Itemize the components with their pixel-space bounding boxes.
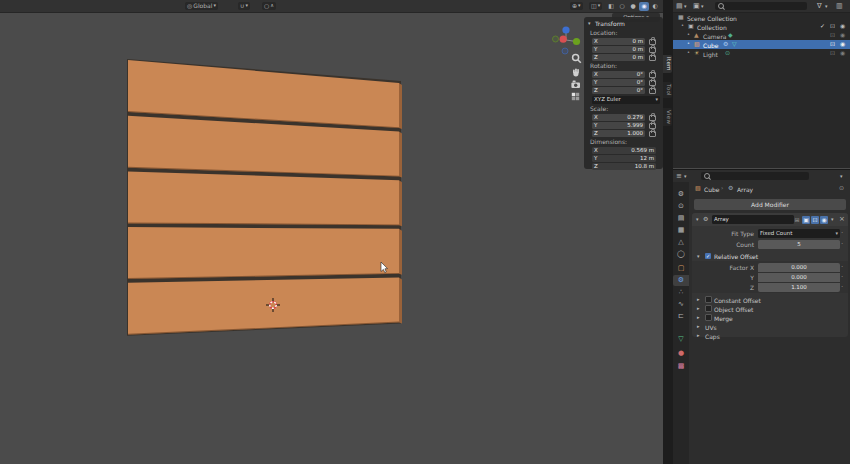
- overlays-dropdown[interactable]: ◫ ▾: [589, 2, 602, 10]
- screen-toggle-icon[interactable]: ⊡: [830, 32, 835, 38]
- outliner-editor-icon[interactable]: ▤: [676, 3, 683, 10]
- animate-dot[interactable]: ·: [841, 230, 843, 237]
- factor-x-field[interactable]: 0.000: [758, 263, 840, 272]
- chevron-down-icon[interactable]: ▾: [684, 174, 687, 179]
- chevron-down-icon[interactable]: ▾: [840, 174, 843, 179]
- tab-scene-properties[interactable]: △: [673, 237, 689, 248]
- expand-dot-icon[interactable]: •: [681, 23, 684, 28]
- xray-toggle[interactable]: ◧: [606, 2, 616, 11]
- tab-particles-properties[interactable]: ∴: [673, 287, 689, 298]
- outliner-row-light[interactable]: • ☀ Light ⊙ ⊡ ◉: [673, 49, 850, 58]
- tab-viewlayer-properties[interactable]: ▦: [673, 225, 689, 236]
- expand-dot-icon[interactable]: •: [687, 32, 690, 37]
- location-z-field[interactable]: Z0 m: [592, 54, 645, 62]
- lock-icon[interactable]: [649, 131, 656, 137]
- plank[interactable]: [128, 277, 399, 334]
- section-checkbox[interactable]: [705, 305, 712, 312]
- location-y-field[interactable]: Y0 m: [592, 46, 645, 54]
- plank-stack[interactable]: [0, 0, 665, 464]
- location-x-field[interactable]: X0 m: [592, 38, 645, 46]
- rotation-mode-dropdown[interactable]: XYZ Euler ▾: [592, 96, 660, 104]
- overlay-options-icon[interactable]: ▥: [836, 3, 843, 10]
- plank-side[interactable]: [399, 180, 402, 226]
- rotation-z-field[interactable]: Z0°: [592, 87, 645, 95]
- tab-render-properties[interactable]: ⊙: [673, 201, 689, 212]
- section-object-offset[interactable]: ▸ Object Offset: [692, 304, 848, 313]
- chevron-down-icon[interactable]: ▾: [825, 4, 828, 9]
- animate-dot[interactable]: ·: [841, 284, 843, 291]
- outliner-row-camera[interactable]: • ▲ Camera ◆ ⊡ ◉: [673, 31, 850, 40]
- collapse-icon[interactable]: ▾: [697, 254, 700, 259]
- plank-side[interactable]: [399, 83, 402, 129]
- display-realtime-toggle[interactable]: ⊡: [811, 216, 819, 224]
- expand-dot-icon[interactable]: •: [687, 41, 690, 46]
- tab-material-properties[interactable]: ●: [673, 348, 689, 359]
- lock-icon[interactable]: [649, 88, 656, 94]
- section-constant-offset[interactable]: ▸ Constant Offset: [692, 295, 848, 304]
- animate-dot[interactable]: ·: [841, 274, 843, 281]
- display-edit-mode-toggle[interactable]: ▣: [802, 216, 810, 224]
- plank-side[interactable]: [399, 132, 402, 178]
- screen-toggle-icon[interactable]: ⊡: [830, 23, 835, 29]
- outliner-row-scene-collection[interactable]: ▦ Scene Collection: [673, 13, 850, 22]
- render-toggle-icon[interactable]: ◉: [840, 23, 845, 29]
- zoom-control[interactable]: [571, 53, 582, 64]
- display-mode-icon[interactable]: ▣: [693, 3, 700, 10]
- display-on-cage-toggle[interactable]: ⊞: [793, 216, 801, 224]
- pin-icon[interactable]: ⊙: [839, 185, 844, 191]
- modifier-name-field[interactable]: Array: [712, 215, 794, 224]
- dimensions-y-field[interactable]: Y12 m: [592, 155, 656, 163]
- shading-rendered-button[interactable]: ◐: [650, 2, 660, 11]
- checkbox-icon[interactable]: ✓: [820, 23, 825, 29]
- screen-toggle-icon[interactable]: ⊡: [830, 50, 835, 56]
- plank-side[interactable]: [399, 229, 402, 275]
- scale-z-field[interactable]: Z1.000: [592, 130, 645, 138]
- camera-view-control[interactable]: [570, 79, 582, 90]
- render-toggle-icon[interactable]: ◉: [840, 32, 845, 38]
- section-caps[interactable]: ▸ Caps: [692, 331, 848, 340]
- dimensions-x-field[interactable]: X0.569 m: [592, 147, 656, 155]
- proportional-editing-dropdown[interactable]: ○ ∧: [262, 2, 276, 10]
- filter-icon[interactable]: ∇: [817, 3, 822, 10]
- section-merge[interactable]: ▸ Merge: [692, 313, 848, 322]
- animate-dot[interactable]: ·: [841, 241, 843, 248]
- factor-y-field[interactable]: 0.000: [758, 273, 840, 282]
- render-toggle-icon[interactable]: ◉: [840, 50, 845, 56]
- scale-y-field[interactable]: Y5.999: [592, 122, 645, 130]
- tab-item[interactable]: Item: [663, 55, 672, 73]
- section-checkbox[interactable]: [705, 314, 712, 321]
- dimensions-z-field[interactable]: Z10.8 m: [592, 163, 656, 171]
- shading-material-button[interactable]: ◉: [639, 2, 649, 11]
- tab-modifier-properties[interactable]: ⚙: [673, 275, 689, 286]
- tab-physics-properties[interactable]: ∿: [673, 299, 689, 310]
- viewport-3d[interactable]: ◎ Global ▾ ∪ ▾ ○ ∧ ⊕ ▾ ◫ ▾ ◧: [0, 0, 665, 464]
- collapse-icon[interactable]: ▾: [696, 217, 699, 222]
- modifier-panel-header[interactable]: ▾ ⚙ Array ⊞ ▣ ⊡ ◉ ▾ ×: [692, 213, 848, 226]
- fit-type-dropdown[interactable]: Fixed Count ▾: [758, 229, 840, 238]
- rotation-y-field[interactable]: Y0°: [592, 79, 645, 87]
- render-toggle-icon[interactable]: ◉: [840, 41, 845, 47]
- properties-editor-icon[interactable]: ≡: [676, 173, 682, 180]
- tab-output-properties[interactable]: ▤: [673, 213, 689, 224]
- lock-icon[interactable]: [649, 55, 656, 61]
- breadcrumb-object[interactable]: Cube: [704, 186, 720, 193]
- scale-x-field[interactable]: X0.279: [592, 114, 645, 122]
- panel-collapse-icon[interactable]: ▾: [588, 21, 591, 26]
- extras-dropdown-icon[interactable]: ▾: [831, 217, 834, 222]
- tab-data-properties[interactable]: ▽: [673, 334, 689, 345]
- snapping-dropdown[interactable]: ∪ ▾: [238, 2, 250, 10]
- chevron-down-icon[interactable]: ▾: [684, 4, 687, 9]
- add-modifier-button[interactable]: Add Modifier: [694, 199, 846, 210]
- transform-orientation-dropdown[interactable]: ◎ Global ▾: [185, 2, 218, 10]
- tab-object-properties[interactable]: ▢: [673, 263, 689, 274]
- outliner-row-cube[interactable]: • ▧ Cube ⚙ ▽ ⊡ ◉: [673, 40, 850, 49]
- count-field[interactable]: 5: [758, 240, 840, 249]
- display-render-toggle[interactable]: ◉: [820, 216, 828, 224]
- section-checkbox[interactable]: [705, 296, 712, 303]
- tab-tool[interactable]: Tool: [663, 82, 672, 98]
- ortho-toggle-control[interactable]: [570, 91, 582, 102]
- plank[interactable]: [128, 171, 399, 225]
- plank-side[interactable]: [399, 277, 402, 323]
- factor-z-field[interactable]: 1.100: [758, 283, 840, 292]
- plank[interactable]: [128, 227, 399, 279]
